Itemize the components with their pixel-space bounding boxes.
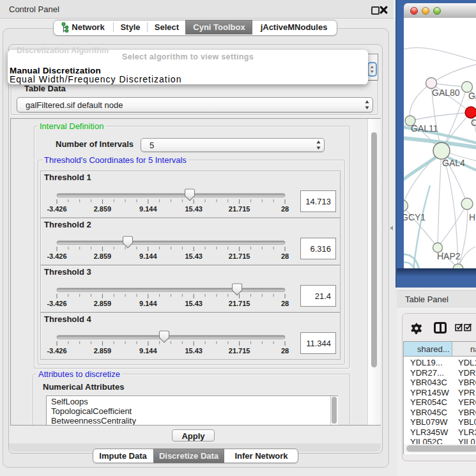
svg-text:28: 28 <box>281 347 289 355</box>
svg-text:21.715: 21.715 <box>229 300 250 307</box>
svg-text:28: 28 <box>281 205 289 213</box>
svg-text:9.144: 9.144 <box>139 205 157 213</box>
svg-text:HAP2: HAP2 <box>437 251 461 261</box>
svg-text:GAL80: GAL80 <box>432 88 460 98</box>
svg-text:GCY1: GCY1 <box>404 212 426 222</box>
svg-text:C: C <box>471 118 476 128</box>
svg-text:-3.426: -3.426 <box>47 252 66 260</box>
svg-text:9.144: 9.144 <box>139 347 157 355</box>
svg-text:15.43: 15.43 <box>185 300 203 307</box>
svg-text:GA: GA <box>468 91 476 101</box>
svg-text:15.43: 15.43 <box>185 205 203 213</box>
svg-text:15.43: 15.43 <box>185 252 203 260</box>
svg-text:2.859: 2.859 <box>94 205 112 213</box>
svg-text:-3.426: -3.426 <box>47 205 66 213</box>
svg-text:15.43: 15.43 <box>185 347 203 355</box>
svg-text:9.144: 9.144 <box>139 252 157 260</box>
svg-text:9.144: 9.144 <box>139 300 157 307</box>
svg-text:21.715: 21.715 <box>229 205 250 213</box>
svg-text:GAL4: GAL4 <box>442 158 465 168</box>
svg-text:2.859: 2.859 <box>94 347 112 355</box>
svg-text:28: 28 <box>281 300 289 307</box>
svg-text:21.715: 21.715 <box>229 252 250 260</box>
svg-text:21.715: 21.715 <box>229 347 250 355</box>
svg-text:-3.426: -3.426 <box>47 347 66 355</box>
svg-text:2.859: 2.859 <box>94 300 112 307</box>
svg-text:GAL11: GAL11 <box>411 123 438 134</box>
svg-text:H: H <box>469 212 475 222</box>
svg-text:-3.426: -3.426 <box>47 300 66 307</box>
svg-text:28: 28 <box>281 252 289 260</box>
svg-text:2.859: 2.859 <box>94 252 112 260</box>
